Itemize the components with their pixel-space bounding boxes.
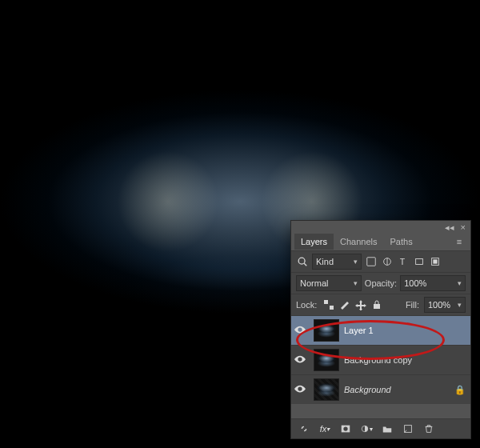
layer-row[interactable]: Background 🔒 bbox=[291, 374, 470, 404]
filter-shape-icon[interactable] bbox=[413, 255, 426, 268]
lock-position-icon[interactable] bbox=[355, 299, 366, 310]
layer-list: Layer 1 Background copy Background 🔒 bbox=[291, 315, 470, 404]
layer-filter-row: Kind▾ T bbox=[291, 250, 470, 272]
visibility-toggle[interactable] bbox=[291, 355, 309, 365]
layer-row[interactable]: Background copy bbox=[291, 345, 470, 374]
layer-thumbnail[interactable] bbox=[314, 378, 339, 401]
filter-kind-dropdown[interactable]: Kind▾ bbox=[312, 254, 362, 270]
tab-paths[interactable]: Paths bbox=[384, 234, 419, 250]
svg-point-0 bbox=[298, 258, 305, 264]
svg-rect-10 bbox=[374, 304, 380, 309]
panel-menu-icon[interactable]: ≡ bbox=[453, 235, 466, 248]
panel-window-controls: ◂◂ × bbox=[291, 221, 470, 233]
eye-icon bbox=[294, 385, 306, 394]
filter-type-icon[interactable]: T bbox=[397, 255, 410, 268]
lock-pixels-icon[interactable] bbox=[339, 299, 350, 310]
layer-thumbnail[interactable] bbox=[314, 319, 339, 342]
tab-layers[interactable]: Layers bbox=[294, 234, 334, 250]
filter-adjust-icon[interactable] bbox=[381, 255, 394, 268]
lock-all-icon[interactable] bbox=[371, 299, 382, 310]
svg-line-1 bbox=[304, 263, 306, 266]
new-layer-icon[interactable] bbox=[402, 422, 414, 435]
blend-row: Normal▾ Opacity: 100%▾ bbox=[291, 272, 470, 294]
eye-icon bbox=[294, 326, 306, 335]
layer-name[interactable]: Layer 1 bbox=[344, 326, 466, 335]
svg-rect-2 bbox=[367, 258, 376, 266]
close-icon[interactable]: × bbox=[461, 222, 466, 233]
link-layers-icon[interactable] bbox=[298, 422, 310, 435]
filter-search-icon[interactable] bbox=[296, 255, 309, 268]
mask-icon[interactable] bbox=[339, 422, 352, 435]
layer-thumbnail[interactable] bbox=[314, 349, 339, 371]
collapse-icon[interactable]: ◂◂ bbox=[445, 222, 454, 233]
eye-icon bbox=[294, 355, 306, 365]
svg-text:T: T bbox=[400, 257, 406, 266]
lock-row: Lock: Fill: 100%▾ bbox=[291, 294, 470, 315]
visibility-toggle[interactable] bbox=[291, 385, 309, 394]
svg-rect-5 bbox=[416, 259, 423, 265]
opacity-field[interactable]: 100%▾ bbox=[400, 275, 466, 291]
filter-smart-icon[interactable] bbox=[429, 255, 442, 268]
svg-rect-8 bbox=[324, 300, 328, 304]
layer-name[interactable]: Background copy bbox=[344, 355, 466, 365]
lock-icon: 🔒 bbox=[454, 385, 466, 395]
fx-icon[interactable]: fx▾ bbox=[318, 422, 331, 435]
opacity-label: Opacity: bbox=[365, 278, 397, 288]
fill-label: Fill: bbox=[406, 300, 419, 310]
lock-transparency-icon[interactable] bbox=[323, 299, 334, 310]
fill-field[interactable]: 100%▾ bbox=[424, 297, 466, 313]
svg-rect-7 bbox=[433, 259, 437, 263]
layers-panel: ◂◂ × Layers Channels Paths ≡ Kind▾ T Nor… bbox=[291, 221, 470, 438]
svg-rect-9 bbox=[330, 306, 334, 310]
blend-mode-dropdown[interactable]: Normal▾ bbox=[296, 275, 362, 291]
visibility-toggle[interactable] bbox=[291, 326, 309, 335]
layer-row[interactable]: Layer 1 bbox=[291, 315, 470, 345]
filter-pixel-icon[interactable] bbox=[365, 255, 378, 268]
svg-point-12 bbox=[343, 426, 347, 430]
lock-label: Lock: bbox=[296, 300, 317, 310]
adjustment-icon[interactable]: ▾ bbox=[360, 422, 373, 435]
layer-name[interactable]: Background bbox=[344, 385, 454, 394]
group-icon[interactable] bbox=[381, 422, 394, 435]
tab-channels[interactable]: Channels bbox=[334, 234, 383, 250]
panel-tabs: Layers Channels Paths ≡ bbox=[291, 233, 470, 250]
trash-icon[interactable] bbox=[422, 422, 435, 435]
panel-footer: fx▾ ▾ bbox=[291, 418, 470, 438]
